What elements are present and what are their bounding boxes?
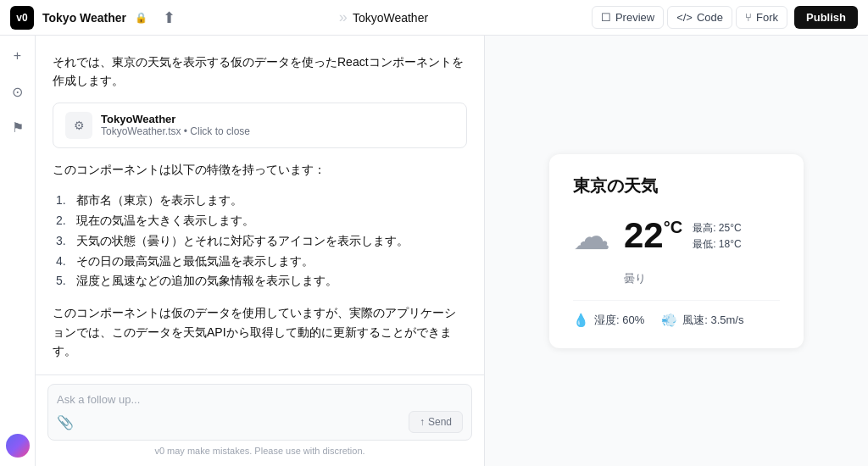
list-item: 現在の気温を大きく表示します。 — [53, 211, 467, 231]
list-item: 天気の状態（曇り）とそれに対応するアイコンを表示します。 — [53, 231, 467, 252]
cloud-icon: ☁ — [573, 214, 610, 258]
sidebar: + ⊙ ⚑ — [0, 36, 36, 466]
chat-input[interactable] — [57, 393, 463, 406]
nav-title: Tokyo Weather — [42, 11, 126, 25]
send-label: Send — [428, 416, 452, 428]
logo: v0 — [10, 6, 34, 30]
component-sub: TokyoWeather.tsx • Click to close — [101, 125, 250, 137]
weather-title: 東京の天気 — [573, 175, 780, 197]
chat-input-footer: 📎 ↑ Send — [57, 411, 463, 433]
send-icon: ↑ — [420, 416, 425, 428]
chat-messages: それでは、東京の天気を表示する仮のデータを使ったReactコンポーネントを作成し… — [36, 36, 484, 374]
breadcrumb: TokyoWeather — [353, 11, 428, 25]
preview-icon: ☐ — [601, 11, 611, 24]
code-button[interactable]: </> Code — [667, 6, 732, 29]
weather-hi-lo: 最高: 25°C 最低: 18°C — [693, 218, 741, 252]
attach-button[interactable]: 📎 — [57, 414, 74, 430]
sidebar-flag-icon[interactable]: ⚑ — [6, 115, 30, 139]
component-settings-icon: ⚙ — [65, 112, 92, 139]
feature-list: 都市名（東京）を表示します。 現在の気温を大きく表示します。 天気の状態（曇り）… — [53, 191, 467, 291]
preview-button[interactable]: ☐ Preview — [592, 6, 664, 29]
preview-panel: 東京の天気 ☁ 22 °C 最高: 25°C 最低: 18°C 曇り — [485, 36, 868, 466]
feature-intro: このコンポーネントは以下の特徴を持っています： — [53, 160, 467, 179]
component-name: TokyoWeather — [101, 113, 250, 125]
disclaimer-text: v0 may make mistakes. Please use with di… — [47, 441, 472, 458]
weather-unit: °C — [664, 218, 682, 237]
intro-text: それでは、東京の天気を表示する仮のデータを使ったReactコンポーネントを作成し… — [53, 53, 467, 91]
weather-widget: 東京の天気 ☁ 22 °C 最高: 25°C 最低: 18°C 曇り — [549, 154, 804, 348]
list-item: 都市名（東京）を表示します。 — [53, 191, 467, 211]
component-info: TokyoWeather TokyoWeather.tsx • Click to… — [101, 113, 250, 137]
preview-label: Preview — [615, 11, 654, 24]
weather-main: ☁ 22 °C 最高: 25°C 最低: 18°C — [573, 214, 780, 258]
code-icon: </> — [676, 11, 693, 24]
weather-high: 最高: 25°C — [693, 221, 741, 236]
chat-input-box: 📎 ↑ Send — [47, 384, 472, 441]
weather-low: 最低: 18°C — [693, 237, 741, 252]
sidebar-history-icon[interactable]: ⊙ — [6, 80, 30, 103]
list-item: 湿度と風速などの追加の気象情報を表示します。 — [53, 271, 467, 291]
humidity-label: 湿度: 60% — [594, 313, 644, 328]
humidity-icon: 💧 — [573, 313, 589, 328]
main-layout: + ⊙ ⚑ それでは、東京の天気を表示する仮のデータを使ったReactコンポーネ… — [0, 36, 868, 466]
avatar[interactable] — [6, 434, 30, 458]
publish-button[interactable]: Publish — [794, 6, 858, 29]
wind-detail: 💨 風速: 3.5m/s — [661, 313, 743, 328]
weather-temp-combined: 22 °C — [624, 218, 682, 253]
sidebar-add-icon[interactable]: + — [6, 44, 30, 68]
weather-temp: 22 — [624, 218, 664, 253]
send-button[interactable]: ↑ Send — [409, 411, 463, 433]
note1-text: このコンポーネントは仮のデータを使用していますが、実際のアプリケーションでは、こ… — [53, 303, 467, 360]
fork-label: Fork — [756, 11, 778, 24]
list-item: その日の最高気温と最低気温を表示します。 — [53, 252, 467, 272]
wind-icon: 💨 — [661, 313, 677, 328]
component-card[interactable]: ⚙ TokyoWeather TokyoWeather.tsx • Click … — [53, 103, 467, 148]
weather-details: 💧 湿度: 60% 💨 風速: 3.5m/s — [573, 313, 780, 328]
lock-icon: 🔒 — [135, 12, 147, 24]
chat-input-area: 📎 ↑ Send v0 may make mistakes. Please us… — [36, 374, 484, 466]
top-nav: v0 Tokyo Weather 🔒 ⬆ » TokyoWeather ☐ Pr… — [0, 0, 868, 36]
nav-right: ☐ Preview </> Code ⑂ Fork Publish — [592, 6, 858, 29]
code-label: Code — [697, 11, 723, 24]
nav-left: v0 Tokyo Weather 🔒 ⬆ — [10, 6, 175, 30]
share-icon[interactable]: ⬆ — [163, 8, 175, 27]
fork-button[interactable]: ⑂ Fork — [736, 6, 787, 29]
wind-label: 風速: 3.5m/s — [682, 313, 743, 328]
fork-icon: ⑂ — [745, 11, 752, 24]
weather-divider — [573, 300, 780, 301]
nav-center: » TokyoWeather — [339, 8, 428, 26]
breadcrumb-separator: » — [339, 8, 348, 26]
weather-temp-block: 22 °C 最高: 25°C 最低: 18°C — [624, 218, 742, 253]
weather-condition: 曇り — [624, 271, 780, 286]
chat-panel: それでは、東京の天気を表示する仮のデータを使ったReactコンポーネントを作成し… — [36, 36, 485, 466]
humidity-detail: 💧 湿度: 60% — [573, 313, 644, 328]
